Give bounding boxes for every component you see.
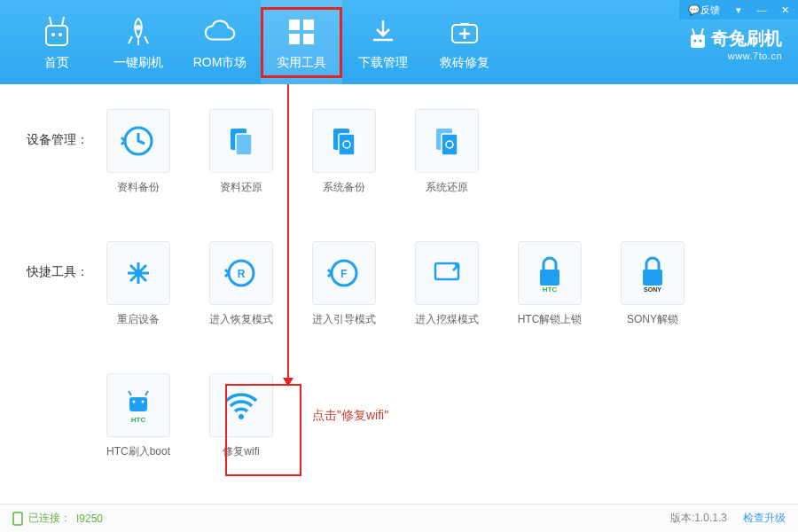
dropdown-button[interactable]: ▾ — [729, 2, 748, 18]
section-quick-tools: 快捷工具： 重启设备 R 进入恢复模式 F 进入引导模式 进入挖煤模式 HTC … — [27, 241, 771, 340]
feedback-button[interactable]: 💬 反馈 — [683, 2, 725, 18]
brand-url: www.7to.cn — [688, 51, 782, 61]
brand-rabbit-icon — [688, 27, 708, 51]
nav-unbrick[interactable]: 救砖修复 — [424, 0, 505, 84]
gear-file-icon — [326, 123, 362, 159]
section-label: 快捷工具： — [27, 241, 103, 340]
svg-rect-28 — [643, 270, 662, 286]
tile-data-backup[interactable]: 资料备份 — [103, 109, 174, 195]
tile-label: 修复wifi — [223, 444, 259, 459]
status-prefix: 已连接： — [28, 511, 71, 526]
nav-downloads[interactable]: 下载管理 — [342, 0, 424, 84]
tile-label: 系统还原 — [426, 180, 468, 195]
header-nav: 首页 一键刷机 ROM市场 实用工具 下载管理 救砖修复 奇兔刷机 — [0, 0, 798, 84]
svg-rect-0 — [46, 26, 67, 45]
svg-rect-30 — [129, 397, 147, 411]
tile-download-mode[interactable]: 进入挖煤模式 — [411, 241, 482, 327]
nav-rom-market[interactable]: ROM市场 — [179, 0, 261, 84]
check-update-link[interactable]: 检查升级 — [743, 511, 786, 526]
version-label: 版本:1.0.1.3 — [670, 511, 727, 526]
svg-point-2 — [59, 33, 62, 36]
svg-point-32 — [142, 401, 145, 403]
svg-rect-4 — [289, 20, 300, 30]
tile-label: 系统备份 — [323, 180, 365, 195]
svg-rect-5 — [303, 20, 314, 30]
tile-label: 进入恢复模式 — [209, 312, 273, 327]
svg-rect-9 — [691, 35, 705, 48]
svg-text:SONY: SONY — [644, 286, 661, 293]
tile-system-backup[interactable]: 系统备份 — [309, 109, 379, 195]
tiles-row: 资料备份 资料还原 系统备份 系统还原 — [103, 109, 514, 207]
annotation-arrow — [287, 84, 289, 386]
feedback-label: 反馈 — [700, 4, 720, 17]
download-icon — [365, 14, 401, 50]
svg-point-3 — [136, 25, 141, 30]
svg-rect-19 — [442, 134, 458, 155]
svg-rect-16 — [339, 134, 355, 155]
tile-system-restore[interactable]: 系统还原 — [411, 109, 482, 195]
rabbit-icon — [39, 14, 74, 50]
tile-recovery-mode[interactable]: R 进入恢复模式 — [206, 241, 277, 327]
tile-bootloader-mode[interactable]: F 进入引导模式 — [309, 241, 379, 327]
recovery-icon: R — [223, 254, 260, 292]
svg-text:R: R — [238, 268, 246, 280]
svg-rect-26 — [540, 270, 559, 286]
nav-oneclick-flash[interactable]: 一键刷机 — [98, 0, 179, 84]
rocket-icon — [121, 14, 156, 50]
brand-name: 奇兔刷机 — [711, 27, 782, 51]
tiles-row: 重启设备 R 进入恢复模式 F 进入引导模式 进入挖煤模式 HTC HTC解锁上… — [103, 241, 720, 340]
tile-reboot[interactable]: 重启设备 — [103, 241, 174, 327]
nav-home[interactable]: 首页 — [16, 0, 98, 84]
tile-label: 重启设备 — [117, 312, 160, 327]
window-titlebar: 💬 反馈 ▾ — ✕ — [679, 0, 798, 20]
tile-label: 资料还原 — [220, 180, 262, 195]
svg-text:F: F — [340, 268, 347, 280]
brand-block: 奇兔刷机 www.7to.cn — [688, 27, 782, 61]
tile-data-restore[interactable]: 资料还原 — [206, 109, 277, 195]
android-htc-icon: HTC — [121, 387, 156, 424]
section-extra: HTC HTC刷入boot 修复wifi — [27, 373, 771, 472]
tile-htc-flash-boot[interactable]: HTC HTC刷入boot — [103, 373, 174, 459]
minimize-icon: — — [757, 4, 767, 15]
svg-point-34 — [239, 414, 244, 419]
tile-label: 进入挖煤模式 — [415, 312, 479, 327]
nav-label: 救砖修复 — [440, 55, 489, 71]
minimize-button[interactable]: — — [752, 2, 771, 18]
nav-label: 实用工具 — [277, 55, 326, 71]
cloud-icon — [202, 14, 238, 50]
close-button[interactable]: ✕ — [775, 2, 794, 18]
history-icon — [120, 122, 157, 160]
tile-label: HTC刷入boot — [106, 444, 170, 459]
fastboot-icon: F — [325, 254, 363, 292]
nav-label: 首页 — [44, 55, 69, 71]
download-mode-icon — [428, 254, 466, 292]
phone-icon — [12, 512, 23, 526]
svg-rect-14 — [236, 134, 252, 155]
speech-icon: 💬 — [688, 4, 700, 16]
annotation-text: 点击"修复wifi" — [312, 408, 388, 424]
nav-label: 一键刷机 — [113, 55, 163, 71]
firstaid-icon — [447, 14, 482, 50]
status-bar: 已连接： I9250 版本:1.0.1.3 检查升级 — [0, 504, 798, 532]
tile-fix-wifi[interactable]: 修复wifi — [206, 373, 277, 459]
svg-text:HTC: HTC — [131, 416, 146, 424]
close-icon: ✕ — [781, 4, 789, 16]
tile-sony-unlock[interactable]: SONY SONY解锁 — [617, 241, 688, 327]
wifi-icon — [221, 388, 262, 422]
tile-label: 进入引导模式 — [312, 312, 376, 327]
gear-file-icon — [429, 123, 465, 159]
svg-rect-7 — [303, 34, 314, 44]
nav-tools[interactable]: 实用工具 — [261, 0, 342, 84]
tile-label: SONY解锁 — [627, 312, 678, 327]
lock-htc-icon: HTC — [532, 254, 567, 293]
main-area: 设备管理： 资料备份 资料还原 系统备份 系统还原 快捷工具： — [0, 84, 798, 504]
asterisk-icon — [121, 255, 156, 291]
tile-label: 资料备份 — [117, 180, 160, 195]
svg-rect-35 — [13, 512, 22, 525]
nav-label: ROM市场 — [193, 55, 247, 71]
svg-point-11 — [700, 39, 702, 42]
tile-htc-unlock[interactable]: HTC HTC解锁上锁 — [514, 241, 585, 327]
section-label — [27, 373, 103, 472]
svg-point-31 — [133, 401, 136, 403]
status-device: I9250 — [76, 512, 103, 525]
